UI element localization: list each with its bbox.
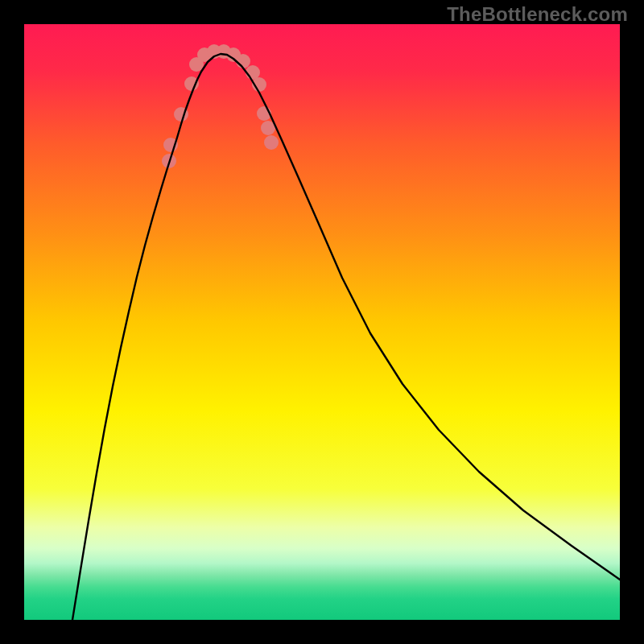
- curve-markers: [162, 44, 279, 168]
- watermark-text: TheBottleneck.com: [447, 3, 628, 26]
- curve-layer: [24, 24, 620, 620]
- curve-marker: [184, 76, 199, 91]
- curve-marker: [236, 54, 250, 68]
- bottleneck-curve: [72, 54, 620, 620]
- plot-area: [24, 24, 620, 620]
- curve-marker: [264, 135, 279, 150]
- chart-frame: TheBottleneck.com: [0, 0, 644, 644]
